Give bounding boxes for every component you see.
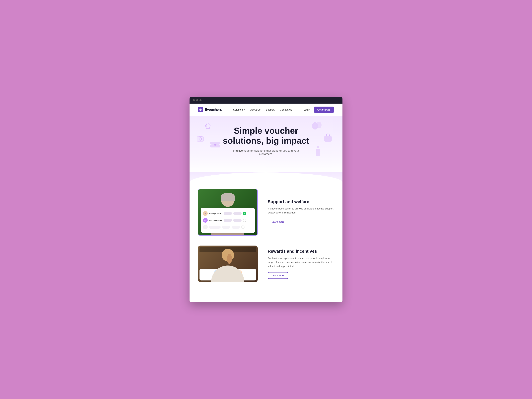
- check-icon: ✓: [243, 212, 246, 215]
- ui-row-2: MS Makenna Saris: [203, 217, 253, 224]
- pill-2b: [233, 219, 241, 222]
- website: Evouchers Solutions ▾ About Us Support C…: [190, 104, 342, 302]
- person2-body: [211, 266, 244, 282]
- nav-actions: Log in Get started: [304, 107, 334, 113]
- get-started-button[interactable]: Get started: [314, 107, 334, 113]
- rewards-heading: Rewards and incentives: [268, 249, 334, 254]
- bottle-icon: [315, 146, 321, 158]
- avatar-3: [203, 225, 208, 229]
- wave-curve: [190, 172, 342, 182]
- rewards-image: [198, 246, 258, 282]
- logo[interactable]: Evouchers: [198, 107, 222, 112]
- name-makenna: Makenna Saris: [209, 219, 222, 221]
- wave-separator: [190, 172, 342, 182]
- svg-line-2: [207, 126, 207, 128]
- ui-card-overlay: M Madelyn Torff ✓ MS Makenna Saris: [201, 208, 255, 233]
- browser-dot-red: [193, 99, 195, 101]
- pill-3a: [209, 226, 221, 228]
- logo-icon: [198, 107, 203, 112]
- login-button[interactable]: Log in: [304, 108, 310, 111]
- nav-contact[interactable]: Contact Us: [280, 108, 292, 111]
- svg-rect-10: [324, 136, 332, 142]
- person2-ponytail: [227, 254, 232, 264]
- navbar: Evouchers Solutions ▾ About Us Support C…: [190, 104, 342, 116]
- pill-1b: [233, 212, 241, 215]
- name-madelyn: Madelyn Torff: [209, 212, 222, 215]
- chevron-down-icon: ▾: [244, 109, 245, 111]
- ui-row-3: [203, 224, 253, 230]
- logo-text: Evouchers: [205, 108, 222, 112]
- ui-row-1: M Madelyn Torff ✓: [203, 210, 253, 217]
- avatar-makenna: MS: [203, 218, 208, 223]
- feature-rewards: Rewards and incentives For businesses pa…: [198, 246, 334, 282]
- support-welfare-heading: Support and welfare: [268, 199, 334, 204]
- content-section: M Madelyn Torff ✓ MS Makenna Saris: [190, 182, 342, 302]
- nav-support[interactable]: Support: [266, 108, 275, 111]
- person-hair: [221, 193, 235, 201]
- svg-point-7: [215, 144, 216, 145]
- nav-about[interactable]: About Us: [250, 108, 260, 111]
- learn-more-button-1[interactable]: Learn more: [268, 219, 288, 225]
- basket-icon: [203, 121, 213, 132]
- learn-more-button-2[interactable]: Learn more: [268, 272, 288, 279]
- svg-rect-12: [317, 146, 319, 148]
- camera-icon: [196, 134, 204, 144]
- hero-subtitle: Intuitive voucher solutions that work fo…: [231, 149, 301, 156]
- browser-chrome: [190, 97, 342, 104]
- empty-circle: [243, 219, 246, 222]
- pill-1a: [224, 212, 232, 215]
- hero-section: Simple voucher solutions, big impact Int…: [190, 116, 342, 172]
- svg-line-3: [209, 126, 209, 128]
- pill-3b: [222, 226, 230, 228]
- support-welfare-image: M Madelyn Torff ✓ MS Makenna Saris: [198, 189, 258, 236]
- browser-window: Evouchers Solutions ▾ About Us Support C…: [190, 97, 342, 302]
- browser-dot-green: [200, 99, 202, 101]
- empty-circle-2: [241, 225, 245, 229]
- pill-3c: [232, 226, 240, 228]
- rewards-desc: For businesses passionate about their pe…: [268, 256, 334, 268]
- svg-point-5: [199, 138, 202, 140]
- pill-2a: [224, 219, 232, 222]
- support-welfare-desc: It's never been easier to provide quick …: [268, 207, 334, 215]
- rewards-text: Rewards and incentives For businesses pa…: [268, 249, 334, 279]
- hero-title: Simple voucher solutions, big impact: [216, 126, 316, 146]
- nav-solutions[interactable]: Solutions ▾: [233, 108, 245, 111]
- rewards-photo: [198, 246, 258, 282]
- feature-support-welfare: M Madelyn Torff ✓ MS Makenna Saris: [198, 189, 334, 236]
- handbag-icon: [323, 133, 332, 144]
- support-welfare-text: Support and welfare It's never been easi…: [268, 199, 334, 225]
- svg-rect-4: [197, 137, 204, 141]
- svg-rect-6: [199, 136, 202, 137]
- nav-links: Solutions ▾ About Us Support Contact Us: [233, 108, 292, 111]
- avatar-madelyn: M: [203, 211, 208, 216]
- svg-point-9: [316, 122, 322, 128]
- browser-dot-yellow: [196, 99, 198, 101]
